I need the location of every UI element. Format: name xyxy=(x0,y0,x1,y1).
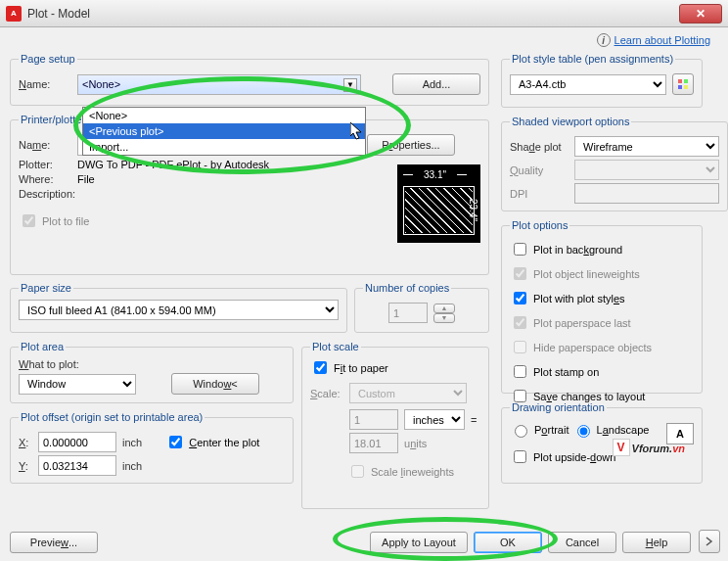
svg-rect-0 xyxy=(678,79,682,83)
scale-lineweights-checkbox: Scale lineweights xyxy=(347,462,454,481)
printer-legend: Printer/plotter xyxy=(19,114,87,125)
what-to-plot-combo[interactable]: Window xyxy=(19,374,136,395)
apply-to-layout-button[interactable]: Apply to Layout xyxy=(370,532,468,553)
svg-rect-2 xyxy=(678,85,682,89)
landscape-radio[interactable]: Landscape xyxy=(572,422,650,438)
upside-down-checkbox[interactable]: Plot upside-down xyxy=(510,447,615,466)
shade-plot-label: Shade plot xyxy=(510,141,569,153)
x-input[interactable] xyxy=(38,432,116,452)
palette-icon xyxy=(677,78,689,90)
copies-up-button: ▲ xyxy=(433,304,455,313)
quality-label: Quality xyxy=(510,164,569,176)
paper-size-combo[interactable]: ISO full bleed A1 (841.00 x 594.00 MM) xyxy=(19,300,339,320)
window-select-button[interactable]: Window< xyxy=(171,373,259,395)
y-unit: inch xyxy=(122,460,142,472)
portrait-radio[interactable]: Portrait xyxy=(510,422,569,438)
plotter-label: Plotter: xyxy=(19,159,71,170)
orientation-preview-icon: A xyxy=(666,423,694,444)
dropdown-option-none[interactable]: <None> xyxy=(83,108,365,123)
paper-size-legend: Paper size xyxy=(19,282,73,294)
where-label: Where: xyxy=(19,173,71,185)
where-value: File xyxy=(77,173,95,185)
copies-down-button: ▼ xyxy=(433,313,455,323)
den-unit-label: units xyxy=(404,438,427,449)
plot-offset-legend: Plot offset (origin set to printable are… xyxy=(19,411,205,423)
plot-lw-checkbox: Plot object lineweights xyxy=(510,264,640,283)
scale-label: Scale: xyxy=(310,388,343,399)
add-page-setup-button[interactable]: Add... xyxy=(392,73,480,95)
y-input[interactable] xyxy=(38,455,116,476)
svg-rect-1 xyxy=(684,79,688,83)
shade-plot-combo[interactable]: Wireframe xyxy=(574,136,719,157)
cancel-button[interactable]: Cancel xyxy=(548,532,616,553)
help-button[interactable]: Help xyxy=(622,532,691,553)
x-label: X: xyxy=(19,437,32,448)
scale-numerator-input xyxy=(349,409,398,430)
center-plot-checkbox[interactable]: Center the plot xyxy=(165,433,259,451)
page-setup-name-label: Name: xyxy=(19,78,71,90)
plot-paperspace-checkbox: Plot paperspace last xyxy=(510,313,631,332)
plotter-value: DWG To PDF - PDF ePlot - by Autodesk xyxy=(77,159,269,170)
orientation-legend: Drawing orientation xyxy=(510,401,607,413)
close-button[interactable]: ✕ xyxy=(679,4,722,23)
plot-to-file-checkbox: Plot to file xyxy=(19,211,89,230)
learn-link[interactable]: Learn about Plotting xyxy=(614,34,710,46)
page-setup-dropdown-list[interactable]: <None> <Previous plot> Import... xyxy=(82,107,366,156)
plot-options-legend: Plot options xyxy=(510,219,569,231)
hide-paperspace-checkbox: Hide paperspace objects xyxy=(510,338,652,356)
paper-preview: 33.1" 23.4" xyxy=(397,164,480,243)
description-label: Description: xyxy=(19,188,91,200)
page-setup-legend: Page setup xyxy=(19,53,77,65)
plot-style-edit-button[interactable] xyxy=(672,73,694,95)
printer-properties-button[interactable]: Properties... xyxy=(367,134,455,156)
svg-rect-3 xyxy=(684,85,688,89)
chevron-right-icon xyxy=(705,537,714,546)
plot-area-legend: Plot area xyxy=(19,341,66,352)
plot-scale-legend: Plot scale xyxy=(310,341,361,352)
printer-name-label: Name: xyxy=(19,139,71,151)
info-icon: i xyxy=(597,33,611,47)
plot-stamp-checkbox[interactable]: Plot stamp on xyxy=(510,362,599,381)
plot-style-combo[interactable]: A3-A4.ctb xyxy=(510,74,666,95)
y-label: Y: xyxy=(19,460,32,472)
dpi-input xyxy=(574,183,719,204)
window-title: Plot - Model xyxy=(27,7,90,21)
equals-label: = xyxy=(471,414,477,426)
scale-denominator-input xyxy=(349,433,398,453)
chevron-down-icon: ▼ xyxy=(343,78,357,92)
copies-input xyxy=(388,303,428,323)
preview-button[interactable]: Preview... xyxy=(10,532,98,553)
plot-styles-checkbox[interactable]: Plot with plot styles xyxy=(510,289,625,307)
page-setup-name-combo[interactable]: <None> ▼ xyxy=(77,74,361,95)
quality-combo xyxy=(574,160,719,180)
shaded-legend: Shaded viewport options xyxy=(510,116,631,127)
dpi-label: DPI xyxy=(510,188,569,200)
scale-combo: Custom xyxy=(349,383,467,403)
copies-legend: Number of copies xyxy=(363,282,451,294)
dropdown-option-previous[interactable]: <Previous plot> xyxy=(83,123,365,139)
expand-dialog-button[interactable] xyxy=(699,530,720,553)
dropdown-option-import[interactable]: Import... xyxy=(83,139,365,155)
x-unit: inch xyxy=(122,437,142,448)
fit-to-paper-checkbox[interactable]: Fit to paper xyxy=(310,358,388,377)
scale-unit-combo[interactable]: inches xyxy=(404,409,465,430)
what-to-plot-label: What to plot: xyxy=(19,358,285,370)
app-icon: A xyxy=(6,6,22,22)
plot-style-legend: Plot style table (pen assignments) xyxy=(510,53,675,65)
ok-button[interactable]: OK xyxy=(474,532,542,553)
plot-bg-checkbox[interactable]: Plot in background xyxy=(510,240,622,258)
